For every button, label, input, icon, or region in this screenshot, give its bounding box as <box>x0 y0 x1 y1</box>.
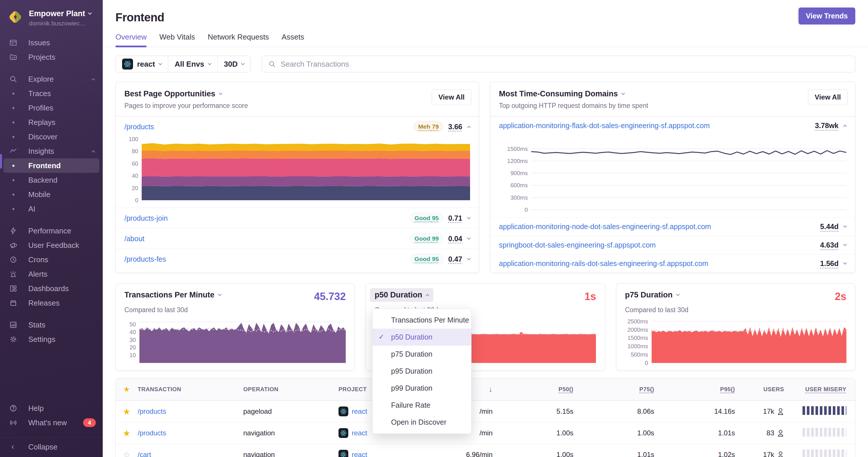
p75-metric-selector[interactable]: p75 Duration <box>625 291 679 299</box>
col-transaction[interactable]: TRANSACTION <box>137 380 243 399</box>
org-logo-icon <box>7 9 24 25</box>
star-icon[interactable]: ★ <box>123 385 130 394</box>
opportunity-score: 0.71 <box>448 214 462 223</box>
domain-link[interactable]: application-monitoring-node-dot-sales-en… <box>499 223 711 231</box>
sidebar-item-releases[interactable]: Releases <box>0 296 103 310</box>
best-page-opportunities-title[interactable]: Best Page Opportunities <box>124 90 470 98</box>
p75-subtitle: Compared to last 30d <box>625 306 846 314</box>
domain-link[interactable]: springboot-dot-sales-engineering-sf.apps… <box>499 241 656 249</box>
search-icon <box>9 75 18 83</box>
org-user-email: dominik.buszowiec… <box>29 20 91 27</box>
operation-cell: navigation <box>243 424 339 443</box>
sidebar-item-replays[interactable]: Replays <box>0 115 103 130</box>
expand-row-icon[interactable] <box>467 257 471 260</box>
chevron-up-icon <box>91 78 95 81</box>
sidebar-item-alerts[interactable]: Alerts <box>0 267 103 281</box>
view-all-domains-button[interactable]: View All <box>808 90 847 105</box>
sidebar-item-mobile[interactable]: Mobile <box>0 187 103 202</box>
sidebar-item-backend[interactable]: Backend <box>0 173 103 187</box>
col-user-misery[interactable]: USER MISERY <box>786 380 855 399</box>
expand-row-icon[interactable] <box>467 216 471 219</box>
col-operation[interactable]: OPERATION <box>243 380 339 399</box>
sidebar-group-explore[interactable]: Explore <box>0 72 103 86</box>
menu-item-p75[interactable]: p75 Duration <box>373 346 471 363</box>
collapse-row-icon[interactable] <box>467 126 471 129</box>
p75-cell: 1.01s <box>575 445 656 457</box>
tpm-panel: Transactions Per Minute 45.732 Compared … <box>116 283 354 371</box>
domain-row-springboot: springboot-dot-sales-engineering-sf.apps… <box>490 236 855 254</box>
expand-row-icon[interactable] <box>467 236 471 240</box>
sidebar-item-user-feedback[interactable]: User Feedback <box>0 238 103 253</box>
sidebar-item-stats[interactable]: Stats <box>0 318 103 332</box>
star-toggle[interactable]: ☆ <box>116 444 137 457</box>
table-header-row: ★ TRANSACTION OPERATION PROJECT ↓ P50() … <box>116 379 855 400</box>
menu-item-failure-rate[interactable]: Failure Rate <box>373 397 471 414</box>
domain-link[interactable]: application-monitoring-flask-dot-sales-e… <box>499 122 710 130</box>
p50-metric-selector[interactable]: p50 Duration <box>370 288 433 302</box>
chevron-down-icon <box>218 292 222 296</box>
menu-item-p95[interactable]: p95 Duration <box>373 363 471 380</box>
transaction-link[interactable]: /products <box>137 429 166 437</box>
sidebar-item-projects[interactable]: Projects <box>0 50 103 64</box>
sidebar-item-help[interactable]: Help <box>0 401 103 416</box>
sidebar-item-crons[interactable]: Crons <box>0 253 103 267</box>
tpm-metric-selector[interactable]: Transactions Per Minute <box>124 291 221 299</box>
sidebar-item-frontend[interactable]: Frontend <box>3 158 99 173</box>
collapse-row-icon[interactable] <box>843 125 847 128</box>
tab-assets[interactable]: Assets <box>282 33 304 47</box>
col-p95[interactable]: P95() <box>656 380 737 399</box>
menu-item-open-in-discover[interactable]: Open in Discover <box>373 414 471 431</box>
sidebar-group-insights[interactable]: Insights <box>0 144 103 158</box>
page-link[interactable]: /products-join <box>124 214 168 223</box>
table-row: ★ /products pageload react /min 5.15s 8.… <box>116 400 855 422</box>
col-p75[interactable]: P75() <box>575 380 656 399</box>
sidebar-item-traces[interactable]: Traces <box>0 86 103 101</box>
environment-filter[interactable]: All Envs <box>168 56 217 72</box>
clock-icon <box>9 256 18 264</box>
col-p50[interactable]: P50() <box>494 380 575 399</box>
view-trends-button[interactable]: View Trends <box>799 7 855 25</box>
chevron-up-icon <box>426 294 429 298</box>
sidebar-bottom: Help What's new 4 Collapse <box>0 401 103 457</box>
sidebar-item-discover[interactable]: Discover <box>0 130 103 144</box>
dashboards-icon <box>9 285 18 293</box>
view-all-pages-button[interactable]: View All <box>432 90 471 105</box>
sidebar-item-settings[interactable]: Settings <box>0 332 103 347</box>
project-filter[interactable]: react <box>116 56 168 72</box>
page-row-products: /products Meh 79 3.66 <box>116 116 479 137</box>
expand-row-icon[interactable] <box>843 242 847 246</box>
search-input[interactable] <box>280 60 849 69</box>
transaction-link[interactable]: /products <box>137 407 166 415</box>
sidebar-item-dashboards[interactable]: Dashboards <box>0 281 103 296</box>
sidebar-item-whats-new[interactable]: What's new 4 <box>0 416 103 430</box>
project-cell[interactable]: react <box>339 450 428 457</box>
date-range-filter[interactable]: 30D <box>217 56 251 72</box>
org-switcher[interactable]: Empower Plant dominik.buszowiec… <box>0 6 103 29</box>
menu-item-tpm[interactable]: Transactions Per Minute <box>373 312 471 329</box>
expand-row-icon[interactable] <box>843 261 847 265</box>
page-link[interactable]: /about <box>124 234 145 243</box>
metric-dropdown-menu: Transactions Per Minute ✓p50 Duration p7… <box>372 308 471 434</box>
time-consuming-domains-title[interactable]: Most Time-Consuming Domains <box>499 90 846 98</box>
tab-overview[interactable]: Overview <box>116 33 147 47</box>
tab-network-requests[interactable]: Network Requests <box>208 33 269 47</box>
react-icon <box>339 406 348 416</box>
expand-row-icon[interactable] <box>843 224 847 228</box>
col-users[interactable]: USERS <box>737 380 786 399</box>
page-link[interactable]: /products-fes <box>124 255 166 263</box>
menu-item-p99[interactable]: p99 Duration <box>373 380 471 397</box>
sidebar-item-profiles[interactable]: Profiles <box>0 101 103 115</box>
star-toggle[interactable]: ★ <box>116 423 137 444</box>
menu-item-p50[interactable]: ✓p50 Duration <box>373 329 471 346</box>
transaction-link[interactable]: /cart <box>137 451 151 457</box>
sidebar-item-ai[interactable]: AI <box>0 202 103 216</box>
tab-web-vitals[interactable]: Web Vitals <box>159 33 195 47</box>
p75-panel: p75 Duration 2s Compared to last 30d 250… <box>616 283 855 371</box>
star-toggle[interactable]: ★ <box>116 401 137 422</box>
users-cell: 83 <box>767 429 784 437</box>
page-link[interactable]: /products <box>124 123 154 131</box>
sidebar-item-performance[interactable]: Performance <box>0 224 103 238</box>
sidebar-item-issues[interactable]: Issues <box>0 35 103 50</box>
sidebar-collapse-button[interactable]: Collapse <box>0 437 103 452</box>
domain-link[interactable]: application-monitoring-rails-dot-sales-e… <box>499 259 708 268</box>
